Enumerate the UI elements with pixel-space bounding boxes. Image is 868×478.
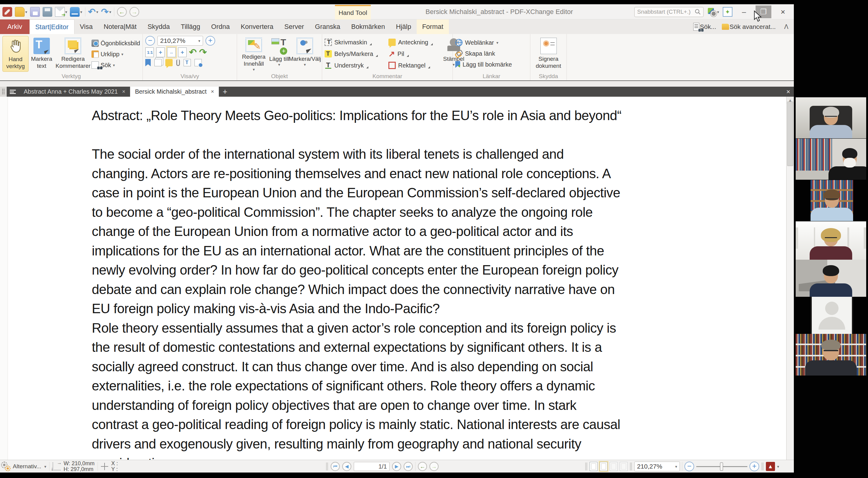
options-button[interactable]: Alternativ...: [13, 463, 41, 470]
properties-panel-icon[interactable]: [194, 59, 202, 66]
email-button[interactable]: ▾: [55, 7, 67, 17]
save-button[interactable]: [30, 7, 40, 17]
tab-list-menu-button[interactable]: [7, 87, 19, 97]
video-tile[interactable]: [796, 139, 866, 180]
select-object-button[interactable]: Markera/Välj▾: [290, 36, 319, 72]
comments-panel-icon[interactable]: [165, 59, 173, 66]
menu-item[interactable]: Konvertera: [235, 20, 279, 34]
search-tool-button[interactable]: Sök▾: [91, 60, 140, 70]
new-tab-button[interactable]: +: [219, 87, 231, 97]
view-back-button[interactable]: ←: [418, 462, 427, 471]
collapse-ribbon-chevron[interactable]: ᐱ: [781, 23, 792, 30]
continuous-layout-button[interactable]: [600, 462, 608, 471]
weblinks-button[interactable]: Weblänkar▾: [455, 37, 512, 48]
select-text-button[interactable]: Markera text: [29, 36, 55, 72]
advanced-search-button[interactable]: Sök avancerat...: [722, 23, 776, 30]
menu-item[interactable]: Arkiv: [0, 20, 29, 34]
zoom-slider[interactable]: [696, 466, 747, 467]
open-in-acrobat-button[interactable]: ▲: [766, 462, 775, 471]
zoom-level-select[interactable]: 210,27%▾: [157, 36, 203, 46]
previous-page-button[interactable]: ◀: [342, 462, 351, 471]
menu-item[interactable]: Ordna: [206, 20, 235, 34]
thumbnails-panel-icon[interactable]: [154, 59, 162, 66]
highlight-button[interactable]: Belys/Markera: [324, 50, 389, 57]
menu-item[interactable]: Skydda: [142, 20, 175, 34]
underline-button[interactable]: Understryk: [324, 62, 389, 69]
add-bookmark-button[interactable]: Lägg till bokmärke: [455, 59, 512, 70]
fit-visible-button[interactable]: ✛: [178, 48, 187, 57]
sign-document-button[interactable]: Signera dokument: [533, 36, 564, 72]
last-page-button[interactable]: ⏭: [404, 462, 413, 471]
video-tile[interactable]: [796, 260, 866, 297]
content-panel-icon[interactable]: [184, 59, 191, 66]
document-viewport[interactable]: Abstract: „Role Theory Meets Geo-politic…: [0, 97, 794, 460]
menu-item[interactable]: Tillägg: [175, 20, 206, 34]
vertical-scrollbar[interactable]: ▲: [786, 97, 794, 460]
history-back-button[interactable]: ←: [117, 7, 127, 17]
quick-launch-search[interactable]: Snabbstart (CTRL+.): [634, 7, 704, 17]
menu-item[interactable]: Start|Editor: [29, 20, 74, 34]
fit-width-button[interactable]: ↔: [167, 48, 176, 57]
scrollbar-thumb[interactable]: [787, 101, 793, 166]
two-page-continuous-layout-button[interactable]: [620, 462, 628, 471]
print-button[interactable]: [42, 7, 52, 17]
redo-button[interactable]: ↷▾: [101, 7, 111, 17]
attachments-panel-icon[interactable]: [176, 59, 180, 66]
save-to-button[interactable]: ▾: [70, 7, 82, 17]
tabbar-close-button[interactable]: ×: [786, 87, 790, 97]
menu-item[interactable]: Notera|Mät: [98, 20, 142, 34]
rectangle-button[interactable]: Rektangel: [389, 62, 443, 69]
tab-close-icon[interactable]: ×: [122, 88, 126, 95]
full-screen-button[interactable]: [723, 7, 733, 17]
menu-item[interactable]: Hjälp: [391, 20, 417, 34]
document-tab[interactable]: Abstract Anna + Charles May 2021×: [19, 87, 130, 97]
close-button[interactable]: ×: [775, 5, 791, 18]
page-number-field[interactable]: 1/1: [354, 462, 390, 471]
video-tile[interactable]: [796, 221, 866, 260]
create-link-button[interactable]: Skapa länk: [455, 48, 512, 59]
document-tab[interactable]: Bersick Michalski_abstract×: [130, 87, 219, 97]
edit-content-button[interactable]: Redigera Innehåll▾: [240, 36, 268, 72]
zoom-slider-handle[interactable]: [720, 462, 723, 471]
actual-size-button[interactable]: 1:1: [145, 48, 154, 57]
view-forward-button[interactable]: →: [429, 462, 439, 471]
fit-page-button[interactable]: ✛: [156, 48, 165, 57]
bookmarks-panel-icon[interactable]: [145, 59, 151, 66]
menu-item[interactable]: Bokmärken: [346, 20, 391, 34]
zoom-in-button[interactable]: +: [206, 36, 215, 46]
open-button[interactable]: ▾: [15, 7, 27, 17]
statusbar-zoom-select[interactable]: 210,27%▾: [634, 461, 680, 471]
tab-close-icon[interactable]: ×: [211, 88, 214, 95]
add-object-button[interactable]: Lägg till▾: [268, 36, 290, 72]
ui-options-button[interactable]: ▾: [707, 7, 719, 17]
menu-item[interactable]: Granska: [309, 20, 346, 34]
tabbar-grip[interactable]: [0, 87, 7, 97]
snapshot-button[interactable]: Ögonblicksbild: [91, 38, 140, 49]
hand-tool-button[interactable]: Hand verktyg: [2, 36, 29, 72]
video-tile[interactable]: [796, 334, 866, 376]
menu-item[interactable]: Server: [279, 20, 310, 34]
rotate-cw-button[interactable]: ↷: [199, 48, 207, 57]
clipboard-button[interactable]: Urklipp▾: [91, 49, 140, 60]
statusbar-zoom-out-button[interactable]: −: [684, 461, 694, 471]
video-tile[interactable]: [796, 97, 866, 138]
next-page-button[interactable]: ▶: [392, 462, 401, 471]
undo-button[interactable]: ↶▾: [88, 7, 98, 17]
rotate-ccw-button[interactable]: ↶: [189, 48, 197, 57]
menu-item[interactable]: Format: [417, 20, 449, 34]
history-forward-button[interactable]: →: [129, 7, 139, 17]
sticky-note-button[interactable]: Anteckning: [389, 39, 443, 46]
video-tile[interactable]: [811, 297, 853, 334]
video-tile[interactable]: [811, 180, 853, 221]
two-page-layout-button[interactable]: [610, 462, 618, 471]
search-menu-button[interactable]: Sök...: [693, 23, 716, 31]
first-page-button[interactable]: ⏮: [331, 462, 340, 471]
typewriter-button[interactable]: Skrivmaskin: [324, 39, 389, 46]
edit-comments-button[interactable]: Redigera Kommentarer: [55, 36, 91, 72]
zoom-out-button[interactable]: −: [145, 36, 155, 46]
minimize-button[interactable]: –: [736, 5, 752, 18]
single-page-layout-button[interactable]: [590, 462, 597, 471]
menu-item[interactable]: Visa: [74, 20, 98, 34]
statusbar-zoom-in-button[interactable]: +: [749, 461, 759, 471]
arrow-button[interactable]: ↗Pil: [389, 50, 443, 57]
